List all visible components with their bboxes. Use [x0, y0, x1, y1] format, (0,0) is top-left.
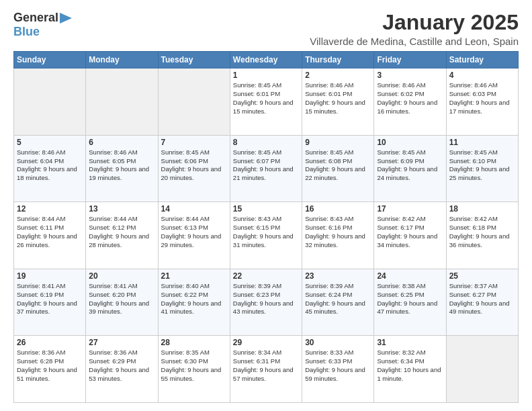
calendar-body: 1Sunrise: 8:45 AM Sunset: 6:01 PM Daylig…: [14, 68, 519, 403]
calendar-week-row: 5Sunrise: 8:46 AM Sunset: 6:04 PM Daylig…: [14, 135, 519, 202]
day-number: 4: [449, 71, 515, 80]
header-friday: Friday: [374, 52, 446, 68]
day-number: 8: [233, 138, 299, 147]
table-row: 27Sunrise: 8:36 AM Sunset: 6:29 PM Dayli…: [86, 336, 158, 403]
day-info: Sunrise: 8:36 AM Sunset: 6:29 PM Dayligh…: [89, 349, 154, 383]
title-section: January 2025 Villaverde de Medina, Casti…: [310, 11, 519, 47]
day-number: 11: [449, 138, 515, 147]
day-info: Sunrise: 8:44 AM Sunset: 6:13 PM Dayligh…: [161, 215, 227, 249]
table-row: 10Sunrise: 8:45 AM Sunset: 6:09 PM Dayli…: [374, 135, 446, 202]
day-info: Sunrise: 8:35 AM Sunset: 6:30 PM Dayligh…: [161, 349, 227, 383]
logo-arrow-icon: [60, 13, 72, 24]
table-row: 31Sunrise: 8:32 AM Sunset: 6:34 PM Dayli…: [374, 336, 446, 403]
table-row: [86, 68, 158, 136]
day-info: Sunrise: 8:42 AM Sunset: 6:18 PM Dayligh…: [449, 215, 515, 249]
day-info: Sunrise: 8:45 AM Sunset: 6:10 PM Dayligh…: [449, 148, 515, 183]
day-number: 17: [377, 204, 443, 214]
table-row: 18Sunrise: 8:42 AM Sunset: 6:18 PM Dayli…: [446, 202, 518, 269]
header-thursday: Thursday: [302, 52, 374, 68]
day-info: Sunrise: 8:36 AM Sunset: 6:28 PM Dayligh…: [17, 349, 83, 383]
day-info: Sunrise: 8:38 AM Sunset: 6:25 PM Dayligh…: [377, 282, 443, 316]
day-number: 19: [17, 271, 83, 281]
day-info: Sunrise: 8:46 AM Sunset: 6:04 PM Dayligh…: [17, 148, 83, 183]
day-info: Sunrise: 8:44 AM Sunset: 6:12 PM Dayligh…: [89, 215, 154, 249]
calendar-table: Sunday Monday Tuesday Wednesday Thursday…: [13, 51, 519, 403]
day-number: 14: [161, 204, 227, 214]
day-info: Sunrise: 8:45 AM Sunset: 6:06 PM Dayligh…: [161, 148, 227, 183]
table-row: 23Sunrise: 8:39 AM Sunset: 6:24 PM Dayli…: [302, 269, 374, 336]
table-row: 12Sunrise: 8:44 AM Sunset: 6:11 PM Dayli…: [14, 202, 86, 269]
day-info: Sunrise: 8:44 AM Sunset: 6:11 PM Dayligh…: [17, 215, 83, 249]
day-number: 22: [233, 271, 299, 281]
day-number: 29: [233, 338, 299, 347]
day-info: Sunrise: 8:41 AM Sunset: 6:20 PM Dayligh…: [89, 282, 154, 316]
table-row: [14, 68, 86, 136]
table-row: 6Sunrise: 8:46 AM Sunset: 6:05 PM Daylig…: [86, 135, 158, 202]
day-info: Sunrise: 8:46 AM Sunset: 6:01 PM Dayligh…: [305, 81, 371, 116]
day-info: Sunrise: 8:43 AM Sunset: 6:15 PM Dayligh…: [233, 215, 299, 249]
table-row: 19Sunrise: 8:41 AM Sunset: 6:19 PM Dayli…: [14, 269, 86, 336]
table-row: 8Sunrise: 8:45 AM Sunset: 6:07 PM Daylig…: [230, 135, 302, 202]
table-row: 29Sunrise: 8:34 AM Sunset: 6:31 PM Dayli…: [230, 336, 302, 403]
day-info: Sunrise: 8:40 AM Sunset: 6:22 PM Dayligh…: [161, 282, 227, 316]
calendar-week-row: 1Sunrise: 8:45 AM Sunset: 6:01 PM Daylig…: [14, 68, 519, 136]
day-number: 27: [89, 338, 154, 347]
day-info: Sunrise: 8:45 AM Sunset: 6:07 PM Dayligh…: [233, 148, 299, 183]
table-row: 5Sunrise: 8:46 AM Sunset: 6:04 PM Daylig…: [14, 135, 86, 202]
day-number: 31: [377, 338, 443, 347]
day-info: Sunrise: 8:43 AM Sunset: 6:16 PM Dayligh…: [305, 215, 371, 249]
table-row: 9Sunrise: 8:45 AM Sunset: 6:08 PM Daylig…: [302, 135, 374, 202]
svg-marker-0: [60, 13, 72, 24]
day-number: 24: [377, 271, 443, 281]
day-number: 9: [305, 138, 371, 147]
day-number: 26: [17, 338, 83, 347]
day-number: 28: [161, 338, 227, 347]
day-number: 30: [305, 338, 371, 347]
table-row: 3Sunrise: 8:46 AM Sunset: 6:02 PM Daylig…: [374, 68, 446, 136]
logo-blue: Blue: [13, 25, 40, 39]
header-sunday: Sunday: [14, 52, 86, 68]
header-monday: Monday: [86, 52, 158, 68]
logo: General Blue: [13, 11, 72, 39]
calendar-header-row: Sunday Monday Tuesday Wednesday Thursday…: [14, 52, 519, 68]
table-row: 13Sunrise: 8:44 AM Sunset: 6:12 PM Dayli…: [86, 202, 158, 269]
day-number: 25: [449, 271, 515, 281]
table-row: 11Sunrise: 8:45 AM Sunset: 6:10 PM Dayli…: [446, 135, 518, 202]
day-number: 16: [305, 204, 371, 214]
day-info: Sunrise: 8:34 AM Sunset: 6:31 PM Dayligh…: [233, 349, 299, 383]
day-number: 23: [305, 271, 371, 281]
table-row: 21Sunrise: 8:40 AM Sunset: 6:22 PM Dayli…: [158, 269, 230, 336]
day-info: Sunrise: 8:45 AM Sunset: 6:01 PM Dayligh…: [233, 81, 299, 116]
page: General Blue January 2025 Villaverde de …: [0, 0, 532, 411]
day-number: 21: [161, 271, 227, 281]
day-info: Sunrise: 8:37 AM Sunset: 6:27 PM Dayligh…: [449, 282, 515, 316]
day-number: 20: [89, 271, 154, 281]
day-info: Sunrise: 8:42 AM Sunset: 6:17 PM Dayligh…: [377, 215, 443, 249]
header-wednesday: Wednesday: [230, 52, 302, 68]
day-number: 1: [233, 71, 299, 80]
table-row: 16Sunrise: 8:43 AM Sunset: 6:16 PM Dayli…: [302, 202, 374, 269]
table-row: 20Sunrise: 8:41 AM Sunset: 6:20 PM Dayli…: [86, 269, 158, 336]
day-number: 18: [449, 204, 515, 214]
day-number: 12: [17, 204, 83, 214]
table-row: 2Sunrise: 8:46 AM Sunset: 6:01 PM Daylig…: [302, 68, 374, 136]
table-row: 26Sunrise: 8:36 AM Sunset: 6:28 PM Dayli…: [14, 336, 86, 403]
day-info: Sunrise: 8:39 AM Sunset: 6:24 PM Dayligh…: [305, 282, 371, 316]
table-row: 17Sunrise: 8:42 AM Sunset: 6:17 PM Dayli…: [374, 202, 446, 269]
table-row: 25Sunrise: 8:37 AM Sunset: 6:27 PM Dayli…: [446, 269, 518, 336]
day-info: Sunrise: 8:33 AM Sunset: 6:33 PM Dayligh…: [305, 349, 371, 383]
day-info: Sunrise: 8:39 AM Sunset: 6:23 PM Dayligh…: [233, 282, 299, 316]
table-row: 1Sunrise: 8:45 AM Sunset: 6:01 PM Daylig…: [230, 68, 302, 136]
day-info: Sunrise: 8:46 AM Sunset: 6:05 PM Dayligh…: [89, 148, 154, 183]
table-row: 24Sunrise: 8:38 AM Sunset: 6:25 PM Dayli…: [374, 269, 446, 336]
month-title: January 2025: [310, 11, 519, 34]
day-info: Sunrise: 8:45 AM Sunset: 6:08 PM Dayligh…: [305, 148, 371, 183]
day-info: Sunrise: 8:41 AM Sunset: 6:19 PM Dayligh…: [17, 282, 83, 316]
day-number: 3: [377, 71, 443, 80]
calendar-week-row: 12Sunrise: 8:44 AM Sunset: 6:11 PM Dayli…: [14, 202, 519, 269]
calendar-week-row: 19Sunrise: 8:41 AM Sunset: 6:19 PM Dayli…: [14, 269, 519, 336]
day-number: 13: [89, 204, 154, 214]
table-row: 15Sunrise: 8:43 AM Sunset: 6:15 PM Dayli…: [230, 202, 302, 269]
table-row: 30Sunrise: 8:33 AM Sunset: 6:33 PM Dayli…: [302, 336, 374, 403]
calendar-week-row: 26Sunrise: 8:36 AM Sunset: 6:28 PM Dayli…: [14, 336, 519, 403]
